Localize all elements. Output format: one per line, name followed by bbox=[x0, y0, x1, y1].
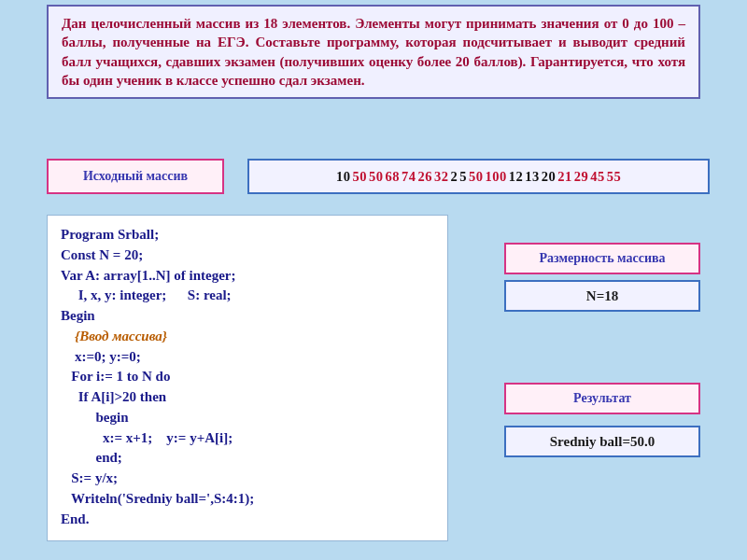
code-line: I, x, y: integer; S: real; bbox=[61, 287, 232, 302]
program-code: Program Srball; Const N = 20; Var A: arr… bbox=[47, 215, 448, 541]
array-value: 74 bbox=[402, 169, 416, 185]
array-value: 68 bbox=[385, 169, 400, 185]
array-value: 21 bbox=[557, 169, 572, 185]
array-value: 29 bbox=[574, 169, 589, 185]
array-value: 32 bbox=[434, 169, 449, 185]
array-value: 50 bbox=[469, 169, 484, 185]
source-array-values: 10 50 50 68 74 26 32 2 5 50 100 12 13 20… bbox=[247, 159, 710, 194]
code-line: x:= x+1; y:= y+A[i]; bbox=[61, 430, 233, 445]
code-line: Program Srball; bbox=[61, 227, 159, 242]
array-value: 100 bbox=[485, 169, 506, 185]
label-source-array: Исходный массив bbox=[47, 159, 224, 194]
label-result: Результат bbox=[504, 383, 700, 414]
array-value: 13 bbox=[525, 169, 540, 185]
array-value: 10 bbox=[336, 169, 351, 185]
code-line: For i:= 1 to N do bbox=[61, 369, 170, 384]
code-line: begin bbox=[61, 410, 129, 425]
array-value: 55 bbox=[607, 169, 622, 185]
code-line: End. bbox=[61, 511, 89, 526]
code-line: Var A: array[1..N] of integer; bbox=[61, 268, 235, 283]
code-comment: {Ввод массива} bbox=[61, 329, 167, 343]
code-line: end; bbox=[61, 450, 122, 465]
value-result: Sredniy ball=50.0 bbox=[504, 426, 700, 457]
code-line: x:=0; y:=0; bbox=[61, 349, 141, 364]
code-line: If A[i]>20 then bbox=[61, 389, 166, 404]
code-line: Const N = 20; bbox=[61, 247, 143, 262]
array-value: 26 bbox=[417, 169, 432, 185]
array-value: 20 bbox=[542, 169, 557, 185]
code-line: S:= y/x; bbox=[61, 470, 118, 485]
array-value: 50 bbox=[352, 169, 367, 185]
label-dimension: Размерность массива bbox=[504, 243, 700, 274]
code-line: Writeln('Sredniy ball=',S:4:1); bbox=[61, 491, 254, 506]
problem-statement: Дан целочисленный массив из 18 элементов… bbox=[47, 5, 700, 99]
array-value: 5 bbox=[459, 169, 467, 185]
value-dimension: N=18 bbox=[504, 280, 700, 312]
array-value: 12 bbox=[509, 169, 524, 185]
array-value: 45 bbox=[590, 169, 605, 185]
array-value: 2 bbox=[450, 169, 458, 185]
array-value: 50 bbox=[369, 169, 384, 185]
code-line: Begin bbox=[61, 308, 95, 323]
